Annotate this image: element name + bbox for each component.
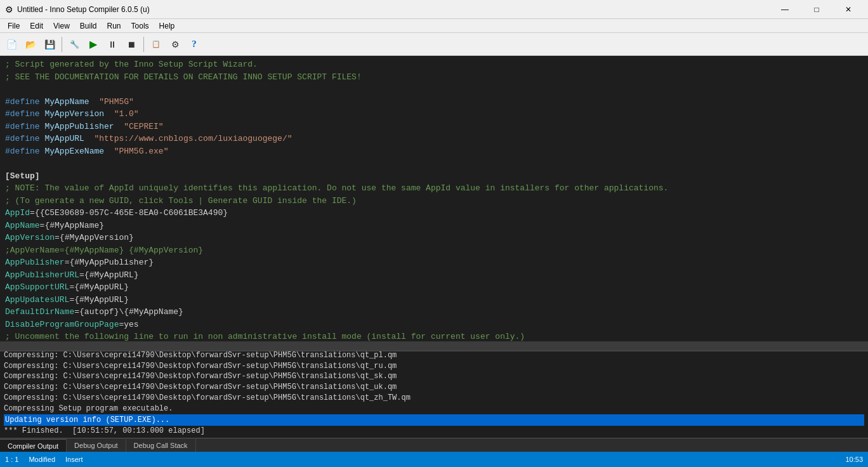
toolbar-separator-1 — [62, 37, 62, 52]
cursor-position: 1 : 1 — [5, 456, 18, 463]
new-button[interactable]: 📄 — [3, 36, 20, 53]
run-button[interactable]: ▶ — [84, 36, 102, 53]
time-display: 10:53 — [845, 456, 863, 463]
editor-content[interactable]: ; Script generated by the Inno Setup Scr… — [0, 56, 868, 341]
maximize-button[interactable]: □ — [802, 0, 831, 19]
main-area: ; Script generated by the Inno Setup Scr… — [0, 56, 868, 452]
output-tab-2[interactable]: Debug Call Stack — [126, 439, 196, 452]
menu-item-run[interactable]: Run — [102, 20, 126, 32]
edit-mode: Insert — [65, 456, 83, 463]
window-controls: — □ ✕ — [770, 0, 863, 19]
help-button[interactable]: ? — [185, 36, 203, 53]
menu-item-tools[interactable]: Tools — [126, 20, 154, 32]
editor: ; Script generated by the Inno Setup Scr… — [0, 56, 868, 341]
output-tab-0[interactable]: Compiler Output — [0, 439, 67, 452]
toolbar-separator-2 — [143, 37, 144, 52]
menu-item-edit[interactable]: Edit — [25, 20, 48, 32]
stop-button[interactable]: ⏹ — [122, 36, 140, 53]
compile-button[interactable]: 🔧 — [65, 36, 83, 53]
menu-item-view[interactable]: View — [48, 20, 75, 32]
output-tabs: Compiler OutputDebug OutputDebug Call St… — [0, 438, 868, 452]
menu-item-help[interactable]: Help — [154, 20, 180, 32]
menu-item-file[interactable]: File — [3, 20, 25, 32]
status-bar: 1 : 1 Modified Insert 10:53 — [0, 452, 868, 467]
horizontal-scrollbar[interactable] — [0, 341, 868, 350]
title-text: Untitled - Inno Setup Compiler 6.0.5 (u) — [17, 5, 770, 14]
menu-bar: FileEditViewBuildRunToolsHelp — [0, 19, 868, 33]
output-panel: Compressing: C:\Users\ceprei14790\Deskto… — [0, 350, 868, 452]
open-button[interactable]: 📂 — [22, 36, 39, 53]
modified-status: Modified — [29, 456, 55, 463]
title-bar: ⚙ Untitled - Inno Setup Compiler 6.0.5 (… — [0, 0, 868, 19]
app-icon: ⚙ — [5, 4, 13, 15]
save-button[interactable]: 💾 — [41, 36, 58, 53]
output-content[interactable]: Compressing: C:\Users\ceprei14790\Deskto… — [0, 352, 868, 438]
minimize-button[interactable]: — — [770, 0, 799, 19]
output-tab-1[interactable]: Debug Output — [67, 439, 126, 452]
close-button[interactable]: ✕ — [834, 0, 863, 19]
toolbar: 📄 📂 💾 🔧 ▶ ⏸ ⏹ 📋 ⚙ ? — [0, 33, 868, 56]
menu-item-build[interactable]: Build — [75, 20, 102, 32]
pause-button[interactable]: ⏸ — [103, 36, 121, 53]
wizard-button[interactable]: 📋 — [147, 36, 165, 53]
settings-button[interactable]: ⚙ — [166, 36, 184, 53]
